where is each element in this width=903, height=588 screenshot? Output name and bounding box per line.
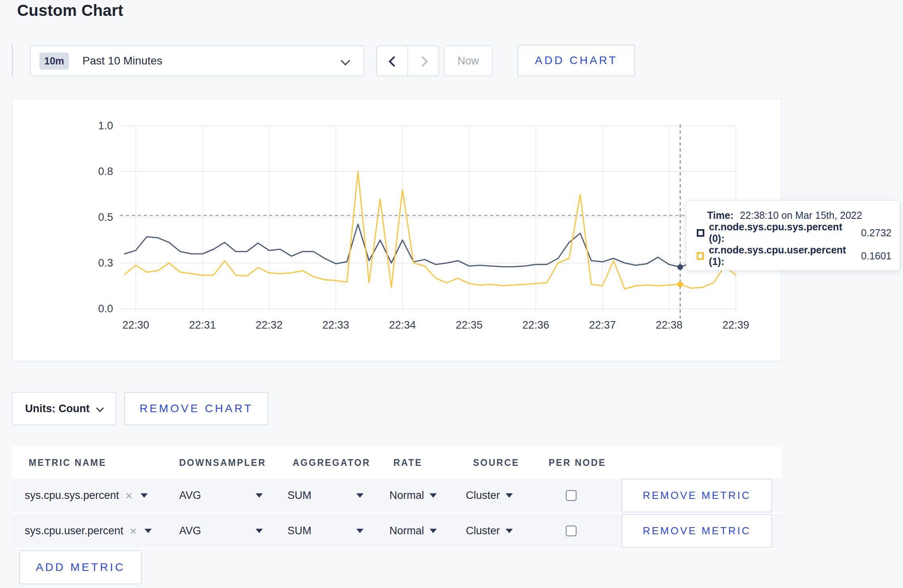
metric-name-value: sys.cpu.sys.percent [25, 489, 119, 502]
downsampler-cell[interactable]: AVG [179, 514, 201, 548]
tooltip-series-value: 0.2732 [861, 227, 891, 239]
timeseries-chart[interactable]: 0.00.30.50.81.022:3022:3122:3222:3322:34… [12, 99, 781, 361]
time-range-select[interactable]: 10m Past 10 Minutes [30, 45, 364, 76]
chevron-down-icon [341, 56, 350, 65]
highlight-dot-sys [677, 264, 683, 270]
remove-metric-button[interactable]: REMOVE METRIC [622, 514, 772, 548]
tooltip-series-label: cr.node.sys.cpu.sys.percent (0): [709, 221, 855, 244]
rate-dropdown-icon [430, 529, 437, 533]
series-sys-swatch-icon [697, 229, 704, 237]
tooltip-time-value: 22:38:10 on Mar 15th, 2022 [740, 210, 862, 221]
col-header-per-node: PER NODE [549, 458, 606, 468]
y-axis-tick-label: 1.0 [98, 120, 113, 132]
metric-name-cell: sys.cpu.sys.percent × [25, 479, 148, 512]
x-axis-tick-label: 22:35 [455, 319, 483, 331]
source-value: Cluster [466, 525, 500, 537]
aggregator-dropdown-icon[interactable] [356, 529, 364, 533]
y-axis-tick-label: 0.8 [98, 165, 113, 177]
tooltip-time-row: Time: 22:38:10 on Mar 15th, 2022 [697, 210, 891, 221]
rate-value: Normal [389, 489, 424, 502]
time-range-label: Past 10 Minutes [82, 55, 162, 67]
chevron-down-icon[interactable] [145, 529, 152, 533]
y-axis-tick-label: 0.0 [98, 303, 113, 315]
close-icon[interactable]: × [130, 524, 137, 538]
chevron-down-icon[interactable] [141, 493, 148, 498]
per-node-cell [566, 479, 577, 512]
rate-dropdown-icon [430, 493, 437, 498]
col-header-source: SOURCE [473, 458, 519, 468]
time-range-badge: 10m [39, 53, 69, 70]
metric-name-value: sys.cpu.user.percent [25, 525, 123, 537]
downsampler-dropdown-icon[interactable] [256, 529, 263, 533]
series-line-user [125, 171, 736, 289]
now-button[interactable]: Now [444, 45, 493, 76]
aggregator-dropdown-icon[interactable] [356, 493, 364, 498]
y-axis-tick-label: 0.5 [98, 211, 113, 223]
x-axis-tick-label: 22:36 [522, 319, 549, 331]
table-row: sys.cpu.user.percent × AVG SUM Normal Cl… [12, 514, 781, 548]
chart-tooltip: Time: 22:38:10 on Mar 15th, 2022 cr.node… [686, 201, 900, 271]
x-axis-tick-label: 22:32 [256, 319, 283, 331]
aggregator-value: SUM [287, 525, 311, 537]
per-node-checkbox[interactable] [566, 490, 577, 501]
metrics-table-header: METRIC NAME DOWNSAMPLER AGGREGATOR RATE … [12, 446, 781, 479]
chevron-down-icon [97, 405, 103, 412]
time-pager [376, 45, 439, 76]
source-value: Cluster [466, 489, 500, 502]
add-chart-button[interactable]: ADD CHART [518, 45, 635, 76]
source-cell[interactable]: Cluster [466, 479, 513, 512]
aggregator-value: SUM [287, 489, 311, 502]
metrics-table: METRIC NAME DOWNSAMPLER AGGREGATOR RATE … [12, 446, 781, 549]
chevron-left-icon [388, 56, 397, 65]
x-axis-tick-label: 22:37 [589, 319, 616, 331]
x-axis-tick-label: 22:31 [189, 319, 216, 331]
tooltip-time-label: Time: [707, 210, 733, 221]
rate-cell[interactable]: Normal [389, 479, 437, 512]
prev-time-button[interactable] [377, 46, 407, 76]
tooltip-series-value: 0.1601 [861, 250, 891, 262]
chevron-right-icon [419, 56, 428, 65]
source-dropdown-icon [506, 493, 513, 498]
series-user-swatch-icon [697, 252, 704, 260]
tooltip-series-row: cr.node.sys.cpu.user.percent (1): 0.1601 [697, 244, 891, 267]
col-header-rate: RATE [393, 458, 422, 468]
x-axis-tick-label: 22:38 [656, 319, 683, 331]
rate-cell[interactable]: Normal [389, 514, 437, 548]
x-axis-tick-label: 22:39 [722, 319, 749, 331]
per-node-cell [566, 514, 577, 548]
downsampler-value: AVG [179, 489, 201, 502]
downsampler-cell[interactable]: AVG [179, 479, 201, 512]
units-label: Units: Count [25, 403, 90, 415]
downsampler-dropdown-icon[interactable] [256, 493, 263, 498]
metric-name-cell: sys.cpu.user.percent × [25, 514, 152, 548]
chart-panel: 0.00.30.50.81.022:3022:3122:3222:3322:34… [12, 99, 781, 361]
rate-value: Normal [389, 525, 424, 537]
source-cell[interactable]: Cluster [466, 514, 513, 548]
close-icon[interactable]: × [125, 489, 133, 502]
downsampler-value: AVG [179, 525, 201, 537]
highlight-dot-user [677, 282, 683, 287]
col-header-downsampler: DOWNSAMPLER [179, 458, 266, 468]
aggregator-cell[interactable]: SUM [287, 479, 311, 512]
control-row-divider [12, 45, 13, 76]
x-axis-tick-label: 22:33 [322, 319, 350, 331]
tooltip-series-label: cr.node.sys.cpu.user.percent (1): [709, 244, 854, 267]
x-axis-tick-label: 22:34 [389, 319, 416, 331]
tooltip-series-row: cr.node.sys.cpu.sys.percent (0): 0.2732 [697, 221, 891, 244]
table-row: sys.cpu.sys.percent × AVG SUM Normal Clu… [12, 479, 781, 512]
x-axis-tick-label: 22:30 [122, 319, 149, 331]
aggregator-cell[interactable]: SUM [287, 514, 311, 548]
per-node-checkbox[interactable] [566, 526, 577, 536]
col-header-metric-name: METRIC NAME [29, 458, 106, 468]
add-metric-button[interactable]: ADD METRIC [19, 550, 142, 584]
remove-chart-button[interactable]: REMOVE CHART [124, 392, 268, 425]
series-line-sys [125, 224, 736, 267]
y-axis-tick-label: 0.3 [98, 257, 113, 269]
source-dropdown-icon [506, 529, 513, 533]
units-select[interactable]: Units: Count [12, 392, 116, 425]
col-header-aggregator: AGGREGATOR [293, 458, 370, 468]
next-time-button[interactable] [407, 46, 438, 76]
page-title: Custom Chart [17, 2, 123, 19]
remove-metric-button[interactable]: REMOVE METRIC [622, 479, 772, 512]
